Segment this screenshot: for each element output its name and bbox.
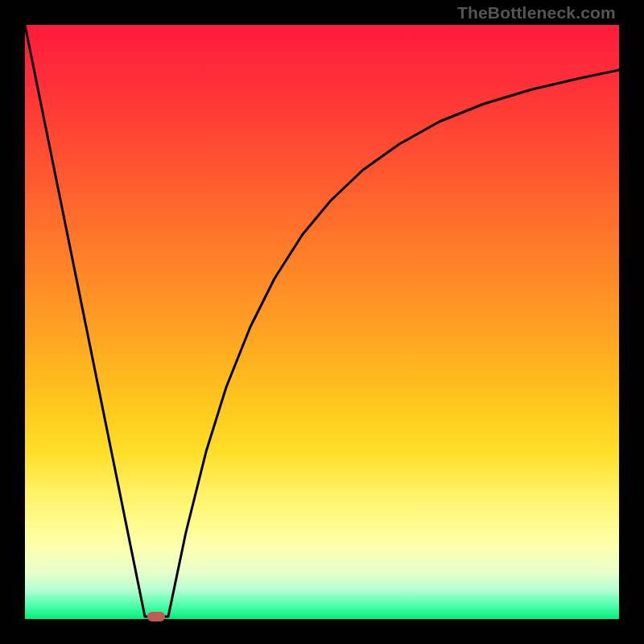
curve-path [25, 25, 619, 617]
bottleneck-curve [25, 25, 619, 619]
optimum-marker [147, 612, 165, 621]
watermark-text: TheBottleneck.com [457, 3, 616, 23]
